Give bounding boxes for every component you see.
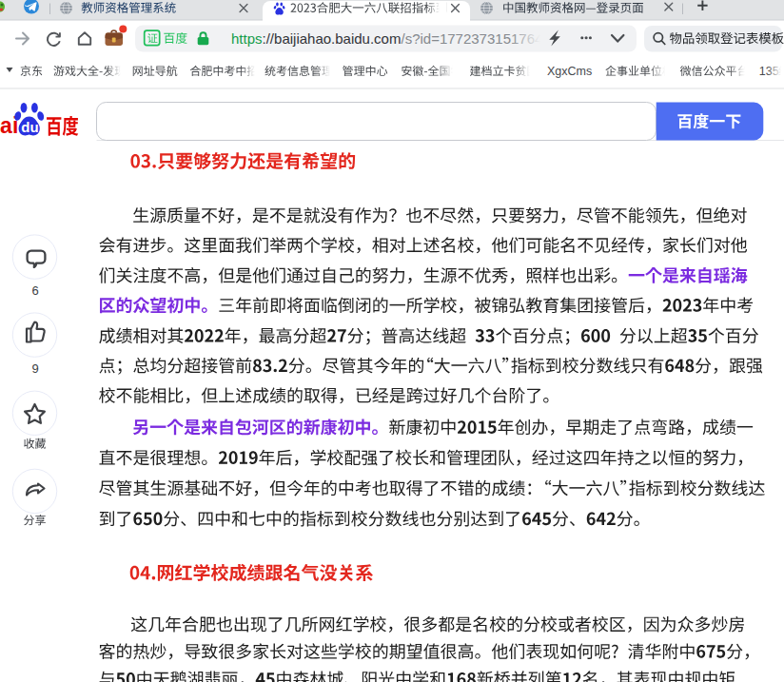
svg-text:6: 6 — [31, 283, 38, 298]
svg-text:https://baijiahao.baidu.com/s?: https://baijiahao.baidu.com/s?id=1772373… — [231, 30, 551, 47]
svg-text:du: du — [21, 119, 38, 135]
svg-text:XgxCms: XgxCms — [547, 65, 592, 78]
svg-text:9: 9 — [31, 361, 38, 376]
